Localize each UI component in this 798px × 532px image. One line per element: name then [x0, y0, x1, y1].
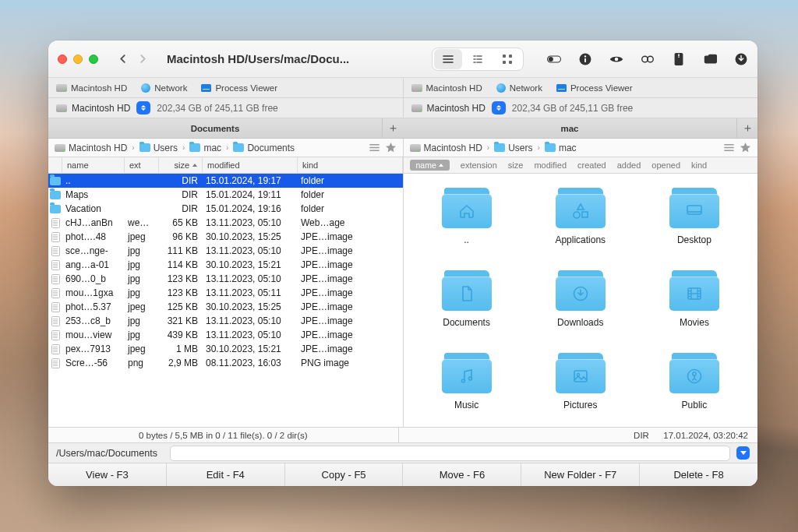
add-tab-left[interactable]: ＋ [383, 118, 403, 138]
folder-label: .. [464, 234, 469, 245]
status-right: DIR 17.01.2024, 03:20:42 [398, 428, 758, 442]
minimize-button[interactable] [73, 55, 83, 64]
star-icon[interactable] [740, 142, 751, 153]
view-list-icon[interactable] [434, 49, 462, 69]
folder-item--[interactable]: .. [410, 188, 524, 245]
volume-network[interactable]: Network [496, 83, 542, 93]
compress-icon[interactable] [672, 52, 686, 66]
drive-popup-button-left[interactable] [136, 101, 150, 115]
folder-item-downloads[interactable]: Downloads [524, 270, 637, 328]
list-row[interactable]: MapsDIR15.01.2024, 19:11folder [48, 188, 403, 202]
crumb-mac[interactable]: mac [545, 143, 577, 153]
forward-button[interactable] [132, 49, 153, 69]
folder-item-desktop[interactable]: Desktop [637, 188, 751, 245]
folder-item-music[interactable]: Music [410, 353, 524, 410]
file-icon [51, 344, 60, 354]
file-icon [51, 246, 60, 256]
volume-process-viewer[interactable]: Process Viewer [201, 83, 277, 93]
list-row[interactable]: pex…7913jpeg1 MB30.10.2023, 15:21JPE…ima… [48, 342, 403, 356]
folder-item-public[interactable]: Public [637, 353, 751, 410]
folder-item-documents[interactable]: Documents [410, 270, 524, 328]
nav-buttons [112, 49, 153, 69]
share-icon[interactable] [703, 52, 717, 66]
list-row[interactable]: cHJ…anBnwe…65 KB13.11.2023, 05:10Web…age [48, 216, 403, 230]
path-dropdown-button[interactable] [736, 446, 750, 460]
tab-left[interactable]: Documents [48, 118, 383, 138]
icon-col-extension[interactable]: extension [461, 160, 497, 170]
list-mini-icon[interactable] [369, 142, 380, 153]
crumb-users[interactable]: Users [139, 143, 178, 153]
svg-rect-3 [509, 61, 512, 64]
list-row[interactable]: sce…nge-jpg111 KB13.11.2023, 05:10JPE…im… [48, 244, 403, 258]
col-ext[interactable]: ext [125, 157, 159, 173]
icon-col-size[interactable]: size [508, 160, 524, 170]
download-icon[interactable] [734, 52, 748, 66]
volume-process-viewer[interactable]: Process Viewer [556, 83, 633, 93]
star-icon[interactable] [385, 142, 397, 153]
crumb-mac[interactable]: mac [189, 143, 221, 153]
folder-item-movies[interactable]: Movies [637, 270, 751, 328]
cmd-move[interactable]: Move - F6 [403, 463, 521, 486]
view-mode-switch [432, 48, 524, 71]
cmd-delete[interactable]: Delete - F8 [640, 463, 757, 486]
add-tab-right[interactable]: ＋ [737, 118, 757, 138]
list-row[interactable]: ang…a-01jpg114 KB30.10.2023, 15:21JPE…im… [48, 258, 403, 272]
col-kind[interactable]: kind [298, 157, 403, 173]
cmd-view[interactable]: View - F3 [48, 463, 167, 486]
crumb-users[interactable]: Users [494, 143, 532, 153]
list-row[interactable]: ..DIR15.01.2024, 19:17folder [48, 174, 403, 188]
list-row[interactable]: mou…viewjpg439 KB13.11.2023, 05:10JPE…im… [48, 328, 403, 342]
col-size[interactable]: size [159, 157, 203, 173]
zoom-button[interactable] [89, 55, 98, 64]
volume-network[interactable]: Network [141, 83, 187, 93]
back-button[interactable] [112, 49, 132, 69]
icon-col-created[interactable]: created [577, 160, 606, 170]
list-row[interactable]: phot…5.37jpeg125 KB30.10.2023, 15:25JPE…… [48, 300, 403, 314]
list-row[interactable]: mou…1gxajpg123 KB13.11.2023, 05:11JPE…im… [48, 286, 403, 300]
view-columns-icon[interactable] [464, 49, 492, 69]
file-list[interactable]: ..DIR15.01.2024, 19:17folderMapsDIR15.01… [48, 174, 403, 427]
cmd-edit[interactable]: Edit - F4 [167, 463, 285, 486]
list-row[interactable]: VacationDIR15.01.2024, 19:16folder [48, 202, 403, 216]
list-mini-icon[interactable] [723, 142, 735, 153]
volume-macintosh-hd[interactable]: Macintosh HD [56, 83, 127, 93]
col-name[interactable]: name [62, 157, 125, 173]
icon-col-added[interactable]: added [617, 160, 641, 170]
path-row: /Users/mac/Documents [48, 442, 757, 463]
list-row[interactable]: 690…0_bjpg123 KB13.11.2023, 05:10JPE…ima… [48, 272, 403, 286]
volumes-bar: Macintosh HDNetworkProcess Viewer Macint… [48, 78, 757, 98]
airdrop-icon[interactable] [641, 52, 655, 66]
view-grid-icon[interactable] [493, 49, 521, 69]
folder-icon [442, 353, 492, 393]
cmd-copy[interactable]: Copy - F5 [285, 463, 404, 486]
list-row[interactable]: Scre…-56png2,9 MB08.11.2023, 16:03PNG im… [48, 356, 403, 370]
col-modified[interactable]: modified [203, 157, 298, 173]
drive-label-right[interactable]: Macintosh HD [411, 103, 486, 114]
breadcrumb-row: Macintosh HD›Users›mac›Documents Macinto… [48, 139, 757, 157]
tabs-left-right: Documents ＋ mac ＋ [48, 118, 757, 139]
quicklook-icon[interactable] [609, 52, 623, 66]
list-row[interactable]: phot….48jpeg96 KB30.10.2023, 15:25JPE…im… [48, 230, 403, 244]
crumb-macintosh-hd[interactable]: Macintosh HD [55, 143, 127, 153]
drive-icon [56, 104, 67, 112]
cmd-new[interactable]: New Folder - F7 [521, 463, 640, 486]
folder-item-pictures[interactable]: Pictures [524, 353, 637, 410]
drive-popup-button-right[interactable] [492, 101, 506, 115]
volume-macintosh-hd[interactable]: Macintosh HD [411, 83, 482, 93]
hidden-toggle-icon[interactable] [547, 52, 561, 66]
icon-col-name[interactable]: name [410, 160, 450, 171]
icon-col-opened[interactable]: opened [651, 160, 680, 170]
crumb-macintosh-hd[interactable]: Macintosh HD [410, 143, 482, 153]
folder-item-applications[interactable]: Applications [524, 188, 637, 245]
icon-view[interactable]: ..ApplicationsDesktopDocumentsDownloadsM… [404, 174, 758, 427]
path-input[interactable] [170, 446, 730, 461]
list-row[interactable]: 253…c8_bjpg321 KB13.11.2023, 05:10JPE…im… [48, 314, 403, 328]
breadcrumb-left: Macintosh HD›Users›mac›Documents [48, 139, 403, 157]
icon-col-modified[interactable]: modified [534, 160, 567, 170]
close-button[interactable] [58, 55, 67, 64]
info-icon[interactable] [578, 52, 592, 66]
crumb-documents[interactable]: Documents [233, 143, 295, 153]
icon-col-kind[interactable]: kind [691, 160, 707, 170]
drive-label-left[interactable]: Macintosh HD [56, 103, 130, 114]
tab-right[interactable]: mac [403, 118, 737, 138]
